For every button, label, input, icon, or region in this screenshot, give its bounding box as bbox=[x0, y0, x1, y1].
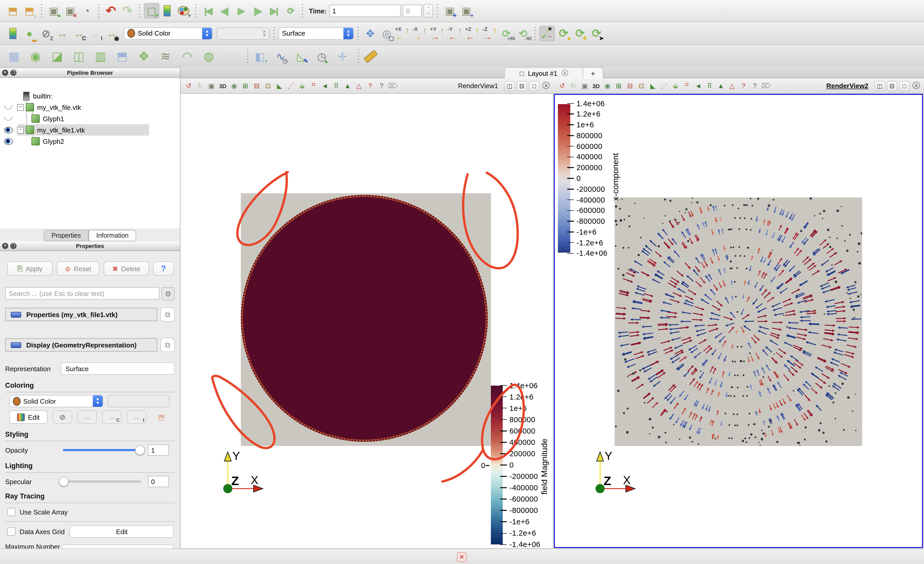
auto-apply-icon[interactable]: ▢➚ bbox=[144, 3, 159, 18]
add-layout-tab-button[interactable]: + bbox=[583, 67, 603, 79]
maximize-view-button[interactable]: □ bbox=[899, 81, 910, 91]
split-vertical-button[interactable]: ⊟ bbox=[517, 81, 527, 91]
tree-expander-icon[interactable]: − bbox=[17, 127, 24, 133]
close-view-button[interactable]: ⓧ bbox=[912, 81, 921, 90]
undo-icon[interactable]: ↶ bbox=[103, 3, 118, 18]
select-frustum-cells-icon[interactable]: ⠛ bbox=[308, 81, 319, 91]
select-points-on-icon[interactable]: ⋰ bbox=[286, 81, 296, 91]
add-camera-link-icon[interactable]: ▣+ bbox=[459, 3, 474, 18]
eye-closed-icon[interactable] bbox=[4, 105, 13, 109]
pipeline-item-my-vtk-file-vtk[interactable]: −my_vtk_file.vtk bbox=[0, 102, 180, 113]
opacity-slider-knob[interactable] bbox=[135, 445, 145, 455]
probe-location-icon[interactable]: ✛ bbox=[334, 48, 350, 64]
capture-screenshot-icon[interactable]: ▣ bbox=[580, 81, 590, 91]
search-options-gear-icon[interactable]: ⚙ bbox=[161, 287, 175, 300]
frame-stepper[interactable]: ⌃⌄ bbox=[424, 4, 434, 18]
pipeline-item-glyph2[interactable]: Glyph2 bbox=[0, 136, 180, 147]
component-combobox[interactable]: ▲▼ bbox=[217, 27, 270, 39]
copy-display-icon[interactable]: ⧉ bbox=[160, 338, 175, 352]
split-horizontal-button[interactable]: ◫ bbox=[504, 81, 514, 91]
clip-filter-icon[interactable]: ◪ bbox=[50, 48, 65, 64]
help-button[interactable]: ? bbox=[153, 261, 174, 276]
open-file-icon[interactable]: ⬒ bbox=[5, 3, 21, 18]
rotate-camera-cw-icon[interactable]: ⟳● bbox=[556, 26, 572, 41]
rescale-custom-range-icon[interactable]: ↔C bbox=[71, 26, 87, 41]
representation-select[interactable]: Surface bbox=[61, 362, 175, 375]
extract-subset-filter-icon[interactable]: ⬒ bbox=[114, 48, 130, 64]
capture-screenshot-icon[interactable]: ▣ bbox=[206, 81, 217, 91]
use-scale-array-checkbox[interactable] bbox=[7, 508, 15, 516]
add-selection-icon[interactable]: ⊞ bbox=[240, 81, 250, 91]
zoom-camera-icon[interactable]: ◉ bbox=[229, 81, 239, 91]
close-panel-icon[interactable]: ✕ bbox=[2, 70, 8, 76]
hover-points-query-icon[interactable]: ? bbox=[738, 81, 748, 91]
save-data-icon[interactable]: ⬒↓ bbox=[22, 3, 37, 18]
edit-colormap-icon[interactable]: ▾ bbox=[176, 3, 191, 18]
interactive-select-cells-icon[interactable]: ▲ bbox=[342, 81, 352, 91]
time-input[interactable] bbox=[330, 4, 401, 17]
rotate-camera-cursor-icon[interactable]: ⟳➤ bbox=[589, 26, 604, 41]
choose-preset-button[interactable]: ⬒ bbox=[152, 410, 171, 424]
maximize-view-button[interactable]: □ bbox=[529, 81, 539, 91]
pipeline-item-builtin[interactable]: builtin: bbox=[0, 90, 180, 102]
toggle-selection-icon[interactable]: ⊡ bbox=[636, 81, 646, 91]
select-block-icon[interactable]: ⬙ bbox=[670, 81, 681, 91]
toggle-2d3d-icon[interactable]: 3D bbox=[218, 81, 228, 91]
select-polygon-cells-icon[interactable]: ⠿ bbox=[331, 81, 341, 91]
tree-expander-icon[interactable]: − bbox=[17, 104, 24, 111]
loop-button[interactable]: ⟳ bbox=[283, 3, 298, 18]
separate-colormap-icon[interactable]: ⊘2 bbox=[38, 26, 54, 41]
next-frame-button[interactable]: |▶ bbox=[250, 3, 265, 18]
zoom-camera-icon[interactable]: ◉ bbox=[602, 81, 613, 91]
close-panel-icon[interactable]: ✕ bbox=[2, 243, 8, 249]
representation-combobox[interactable]: Surface ▲▼ bbox=[278, 27, 354, 39]
hover-cells-query-icon[interactable]: ? bbox=[750, 81, 760, 91]
glyph-filter-icon[interactable]: ✥ bbox=[136, 48, 152, 64]
rescale-data-range-button[interactable]: ↔ bbox=[77, 410, 97, 424]
search-input[interactable] bbox=[5, 287, 159, 300]
contour-filter-icon[interactable]: ◉ bbox=[28, 48, 44, 64]
renderview2-viewport[interactable]: 1.4e+061.2e+61e+680000060000040000020000… bbox=[554, 94, 923, 548]
rescale-temporal-range-icon[interactable]: ↔t bbox=[88, 26, 103, 41]
eye-closed-icon[interactable] bbox=[4, 117, 13, 121]
plot-selection-over-time-icon[interactable]: ◷▲ bbox=[314, 48, 330, 64]
coloring-component-combobox[interactable] bbox=[107, 395, 170, 407]
interactive-select-cells-icon[interactable]: ▲ bbox=[716, 81, 726, 91]
rescale-data-range-icon[interactable]: ↔ bbox=[55, 26, 70, 41]
opacity-value[interactable]: 1 bbox=[148, 444, 169, 456]
set-view-plus-y-button[interactable]: +Y↑→ bbox=[429, 26, 446, 41]
reset-camera-icon[interactable]: ✥ bbox=[363, 26, 378, 41]
float-panel-icon[interactable]: ❐ bbox=[10, 243, 16, 249]
select-points-on-icon[interactable]: ⋰ bbox=[659, 81, 669, 91]
show-orientation-axes-icon[interactable]: ↑→↙◉ bbox=[539, 26, 555, 41]
subtract-selection-icon[interactable]: ⊟ bbox=[625, 81, 635, 91]
set-view-minus-y-button[interactable]: -Y↑← bbox=[447, 26, 464, 41]
rescale-visible-range-icon[interactable]: ↔◉ bbox=[104, 26, 120, 41]
tab-properties[interactable]: Properties bbox=[44, 230, 88, 241]
select-cells-on-icon[interactable]: ◣ bbox=[274, 81, 285, 91]
edit-color-map-button[interactable]: Edit bbox=[9, 410, 47, 424]
zoom-to-box-icon[interactable]: ◎▢ bbox=[379, 26, 394, 41]
renderview1-viewport[interactable]: 1.4e+061.2e+61e+680000060000040000020000… bbox=[180, 94, 553, 548]
max-labels-input[interactable]: 100 bbox=[62, 544, 174, 549]
reset-button[interactable]: ⊘Reset bbox=[57, 261, 100, 276]
eye-open-icon[interactable] bbox=[4, 138, 13, 145]
float-panel-icon[interactable]: ❐ bbox=[10, 70, 16, 76]
interactive-select-points-icon[interactable]: △ bbox=[727, 81, 737, 91]
clear-selection-icon[interactable]: ⌦ bbox=[761, 81, 771, 91]
color-array-combobox[interactable]: Solid Color ▲▼ bbox=[124, 27, 212, 39]
pipeline-item-glyph1[interactable]: Glyph1 bbox=[0, 113, 180, 124]
set-view-plus-x-button[interactable]: +X↑← bbox=[394, 26, 411, 41]
dismiss-message-icon[interactable]: ✕ bbox=[457, 552, 466, 562]
eye-open-icon[interactable] bbox=[4, 127, 13, 133]
set-view-minus-x-button[interactable]: -X↑→ bbox=[412, 26, 429, 41]
pipeline-item-my-vtk-file1-vtk[interactable]: −my_vtk_file1.vtk bbox=[0, 124, 180, 136]
play-button[interactable]: ▶ bbox=[233, 3, 249, 18]
view-camera-undo-icon[interactable]: ↺ bbox=[184, 81, 194, 91]
rescale-custom-range-button[interactable]: ↔C bbox=[102, 410, 122, 424]
set-solid-color-icon[interactable]: ●▂ bbox=[22, 26, 37, 41]
hover-points-query-icon[interactable]: ? bbox=[365, 81, 375, 91]
data-axes-grid-checkbox[interactable] bbox=[7, 527, 15, 536]
view-camera-redo-icon[interactable]: ↻ bbox=[195, 81, 205, 91]
view-camera-undo-icon[interactable]: ↺ bbox=[557, 81, 567, 91]
